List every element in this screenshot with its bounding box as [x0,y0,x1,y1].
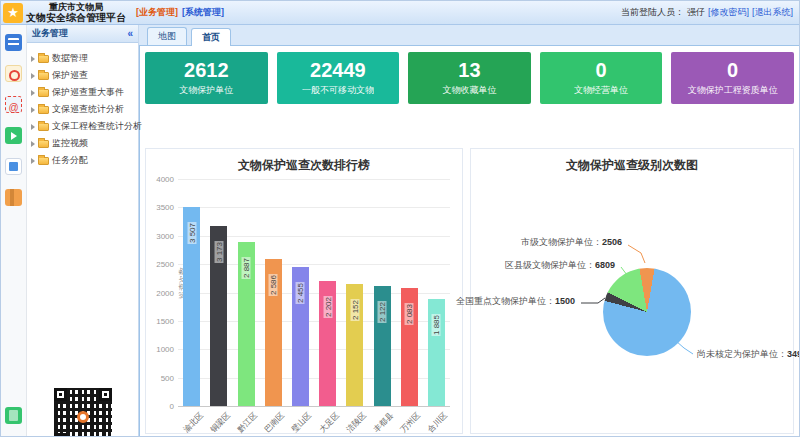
weibo-icon[interactable] [5,65,22,82]
stat-label: 文物收藏单位 [442,84,496,97]
mention-icon[interactable] [5,96,22,113]
stat-label: 一般不可移动文物 [302,84,374,97]
app-icon-strip [1,25,27,437]
caret-icon [31,141,35,147]
stat-label: 文物保护单位 [179,84,233,97]
folder-icon [38,123,49,131]
tree-item-label: 文保工程检查统计分析 [52,120,142,133]
stat-card-protected-units: 2612 文物保护单位 [145,52,268,104]
sidebar-tree: 数据管理 保护巡查 保护巡查重大事件 文保巡查统计分析 文保工程检查统计分析 监… [27,43,138,176]
bar-value-label: 2 455 [296,282,305,304]
bar-value-label: 2 083 [405,303,414,325]
sidebar-header: 业务管理 « [27,25,138,43]
bar-铜梁区[interactable]: 3 173 [210,226,227,406]
y-axis-tick: 0 [148,402,174,411]
logout-link[interactable]: [退出系统] [752,6,793,19]
content-area: 2612 文物保护单位 22449 一般不可移动文物 13 文物收藏单位 0 文… [139,46,799,437]
y-axis-tick: 3500 [148,203,174,212]
caret-icon [31,90,35,96]
bar-value-label: 2 202 [323,296,332,318]
change-password-link[interactable]: [修改密码] [708,6,749,19]
bar-璧山区[interactable]: 2 455 [292,267,309,406]
folder-icon [38,72,49,80]
platform-name: 文物安全综合管理平台 [26,12,126,24]
sidebar-item-data-management[interactable]: 数据管理 [29,50,136,67]
pie-label-national: 全国重点文物保护单位：1500 [456,295,575,308]
sidebar-collapse-icon[interactable]: « [127,28,133,39]
bar-chart-title: 文物保护巡查次数排行榜 [146,157,462,174]
tree-item-label: 数据管理 [52,52,88,65]
pie-label-unverified: 尚未核定为保护单位：34981 [697,348,799,361]
tab-map[interactable]: 地图 [147,27,187,45]
form-icon[interactable] [5,34,22,51]
pie-label-county: 区县级文物保护单位：6809 [505,259,615,272]
stat-label: 文物经营单位 [574,84,628,97]
app-title: 重庆市文物局 文物安全综合管理平台 [26,2,126,24]
sidebar-item-surveillance-video[interactable]: 监控视频 [29,135,136,152]
sidebar-item-patrol-statistics[interactable]: 文保巡查统计分析 [29,101,136,118]
y-axis-tick: 500 [148,374,174,383]
bar-value-label: 2 586 [269,274,278,296]
package-icon[interactable] [5,189,22,206]
bar-渝北区[interactable]: 3 507 [183,207,200,406]
bar-黔江区[interactable]: 2 887 [238,242,255,406]
bar-巴南区[interactable]: 2 586 [265,259,282,406]
org-name: 重庆市文物局 [26,2,126,12]
sidebar-item-protection-patrol[interactable]: 保护巡查 [29,67,136,84]
folder-icon [38,157,49,165]
bar-value-label: 1 885 [432,314,441,336]
sidebar-item-task-assignment[interactable]: 任务分配 [29,152,136,169]
stat-card-business-units: 0 文物经营单位 [540,52,663,104]
menu-business-management[interactable]: [业务管理] [136,6,178,19]
bar-value-label: 3 173 [214,241,223,263]
bar-合川区[interactable]: 1 885 [428,299,445,406]
charts-row: 文物保护巡查次数排行榜 巡查次数 05001000150020002500300… [145,148,794,434]
bar-大足区[interactable]: 2 202 [319,281,336,406]
folder-icon [38,106,49,114]
main-area: 地图 首页 2612 文物保护单位 22449 一般不可移动文物 13 文物收藏… [139,25,799,437]
top-header: ★ 重庆市文物局 文物安全综合管理平台 [业务管理] [系统管理] 当前登陆人员… [1,1,799,25]
y-axis-tick: 2000 [148,289,174,298]
pie-chart-title: 文物保护巡查级别次数图 [471,157,793,174]
qr-code [54,388,112,437]
folder-icon [38,140,49,148]
sidebar-item-major-events[interactable]: 保护巡查重大事件 [29,84,136,101]
bar-涪陵区[interactable]: 2 152 [346,284,363,406]
sidebar: 业务管理 « 数据管理 保护巡查 保护巡查重大事件 文保巡查统计分析 文保工程检… [27,25,139,437]
stat-value: 2612 [184,60,229,81]
stat-card-qualified-project-units: 0 文物保护工程资质单位 [671,52,794,104]
y-axis-tick: 1000 [148,345,174,354]
tree-item-label: 文保巡查统计分析 [52,103,124,116]
tab-home[interactable]: 首页 [191,28,231,46]
y-axis-tick: 4000 [148,175,174,184]
bar-chart-plot: 巡查次数 050010001500200025003000350040003 5… [178,179,450,407]
current-user-prefix: 当前登陆人员： [621,6,684,19]
document-icon[interactable] [5,158,22,175]
caret-icon [31,73,35,79]
sidebar-item-project-inspection-statistics[interactable]: 文保工程检查统计分析 [29,118,136,135]
stat-label: 文物保护工程资质单位 [688,84,778,97]
caret-icon [31,124,35,130]
bar-丰都县[interactable]: 2 122 [374,286,391,406]
sidebar-title: 业务管理 [32,27,68,40]
stat-value: 13 [458,60,480,81]
stat-cards: 2612 文物保护单位 22449 一般不可移动文物 13 文物收藏单位 0 文… [145,52,794,104]
video-icon[interactable] [5,127,22,144]
folder-icon [38,89,49,97]
tree-item-label: 保护巡查重大事件 [52,86,124,99]
stat-value: 0 [727,60,738,81]
battery-icon[interactable] [5,407,22,424]
y-axis-tick: 3000 [148,232,174,241]
y-axis-tick: 1500 [148,317,174,326]
caret-icon [31,56,35,62]
pie-chart[interactable] [603,268,691,356]
top-menu: [业务管理] [系统管理] [136,6,224,19]
stat-value: 22449 [310,60,366,81]
menu-system-management[interactable]: [系统管理] [182,6,224,19]
stat-value: 0 [596,60,607,81]
pie-label-municipal: 市级文物保护单位：2506 [521,236,622,249]
gridline [178,207,450,208]
tab-bar: 地图 首页 [139,25,799,46]
bar-万州区[interactable]: 2 083 [401,288,418,406]
pie-chart-panel: 文物保护巡查级别次数图 市级文物保护单位：2506 区县级文物保护单位：6809… [470,148,794,434]
